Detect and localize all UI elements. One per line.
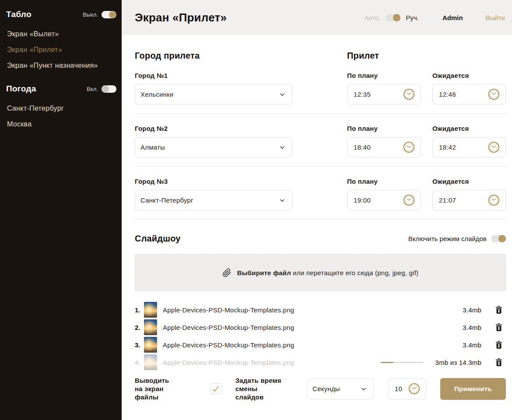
trash-icon[interactable] [495,358,502,366]
file-list: 1. Apple-Devices-PSD-Mockup-Templates.pn… [135,301,506,371]
sidebar-item-destination-screen[interactable]: Экран «Пункт назначения» [6,58,116,74]
weather-toggle[interactable] [102,85,116,93]
expected1-time-input[interactable]: 12:46 [432,84,506,105]
file-row-2: 2. Apple-Devices-PSD-Mockup-Templates.pn… [135,318,506,336]
sidebar-item-arrival-screen[interactable]: Экран «Прилет» [6,42,116,58]
slideshow-controls: Выводить на экран файлы Задать время сме… [135,376,506,401]
clock-icon [488,141,500,153]
sidebar-weather-title: Погода [6,84,36,94]
arrival-row-1: Город №1 Хельсинки По плану 12:35 Ожидае… [135,61,506,113]
arrival-city-heading: Город прилета [135,51,200,60]
plan1-time-input[interactable]: 12:35 [347,84,421,105]
board-toggle-knob [109,11,116,18]
slideshow-toggle-label: Включить режим слайдов [408,235,487,242]
dropzone-text: Выбирите файл или перетащите его сюда (p… [237,269,418,276]
weather-toggle-label: Вкл. [87,86,98,92]
file-size: 3.4mb [463,306,481,314]
trash-icon[interactable] [495,306,502,314]
user-name: Admin [442,14,463,21]
mode-auto-label: Авто. [365,14,381,21]
upload-progress-bar [381,362,424,363]
city1-label: Город №1 [135,72,292,79]
trash-icon[interactable] [495,341,502,349]
plan3-label: По плану [347,178,421,185]
plan1-value: 12:35 [354,91,371,98]
file-row-1: 1. Apple-Devices-PSD-Mockup-Templates.pn… [135,301,506,318]
mode-toggle-knob [393,14,400,21]
plan3-value: 19:00 [354,196,371,204]
city1-value: Хельсинки [140,91,173,98]
clock-icon [488,194,500,206]
city3-label: Город №3 [135,178,292,185]
plan2-label: По плану [347,125,421,132]
expected2-label: Ожидается [432,125,506,132]
expected2-time-input[interactable]: 18:42 [432,137,506,158]
sidebar-item-saint-petersburg[interactable]: Санкт-Петербург [6,101,116,116]
file-thumbnail [144,319,157,335]
expected1-label: Ожидается [432,72,506,79]
slideshow-toggle[interactable] [491,235,506,242]
divider [135,219,506,220]
paperclip-icon [222,268,231,277]
weather-toggle-knob [102,85,109,93]
file-number: 3. [135,341,144,349]
clock-icon [403,88,415,100]
checkmark-icon [212,385,219,392]
logout-link[interactable]: Выйти [486,14,505,21]
sidebar-board-links: Экран «Вылет» Экран «Прилет» Экран «Пунк… [6,26,116,74]
interval-input[interactable]: 10 [388,378,426,399]
arrival-heading: Прилет [347,51,379,60]
plan3-time-input[interactable]: 19:00 [347,190,421,210]
topbar: Экран «Прилет» Авто. Руч. Admin Выйти [122,0,512,35]
chevron-down-icon [279,91,285,98]
mode-toggle[interactable] [386,14,400,21]
plan2-value: 18:40 [354,144,371,151]
plan1-label: По плану [347,72,421,79]
expected3-time-input[interactable]: 21:07 [432,190,506,210]
expected3-value: 21:07 [439,196,456,204]
board-toggle[interactable] [102,11,116,18]
city2-value: Алматы [140,144,165,151]
chevron-down-icon [279,144,285,150]
clock-icon [408,383,420,395]
display-files-label: Выводить на экран файлы [135,376,184,401]
file-number: 4. [135,359,144,366]
file-number: 2. [135,324,144,331]
dropzone-text-bold: Выбирите файл [237,269,291,276]
city3-value: Санкт-Петербург [140,196,193,204]
expected1-value: 12:46 [439,91,456,98]
page-title: Экран «Прилет» [135,11,227,24]
file-name: Apple-Devices-PSD-Mockup-Templates.png [163,306,463,314]
plan2-time-input[interactable]: 18:40 [347,137,421,158]
city2-select[interactable]: Алматы [135,137,292,158]
slideshow-heading: Слайдшоу [135,234,181,244]
upload-progress-fill [381,362,393,363]
sidebar: Табло Выкл. Экран «Вылет» Экран «Прилет»… [0,0,122,420]
apply-button[interactable]: Применить [440,378,506,400]
slideshow-toggle-knob [498,235,506,242]
mode-manual-label: Руч. [406,14,419,21]
file-thumbnail [144,354,157,370]
city3-select[interactable]: Санкт-Петербург [135,190,292,210]
city1-select[interactable]: Хельсинки [135,84,292,105]
sidebar-item-moscow[interactable]: Москва [6,116,116,132]
time-unit-select[interactable]: Секунды [307,378,374,399]
file-name: Apple-Devices-PSD-Mockup-Templates.png [163,324,463,331]
city2-label: Город №2 [135,125,292,132]
file-dropzone[interactable]: Выбирите файл или перетащите его сюда (p… [135,254,506,291]
file-row-4-uploading: 4. Apple-Devices-PSD-Mockup-Templates.pn… [135,354,506,371]
clock-icon [403,141,415,153]
file-size: 3.4mb [463,341,481,349]
clock-icon [488,88,500,100]
display-files-checkbox[interactable] [210,383,221,394]
sidebar-board-header: Табло Выкл. [6,10,116,19]
arrival-row-3: Город №3 Санкт-Петербург По плану 19:00 … [135,167,506,219]
trash-icon[interactable] [495,323,502,331]
arrival-row-2: Город №2 Алматы По плану 18:40 Ожидается… [135,114,506,166]
file-thumbnail [144,337,157,353]
sidebar-weather-links: Санкт-Петербург Москва [6,101,116,132]
sidebar-item-departure-screen[interactable]: Экран «Вылет» [6,26,116,42]
file-upload-size: 3mb из 14.3mb [435,359,481,366]
dropzone-text-rest: или перетащите его сюда (png, jpeg, gif) [293,269,418,276]
content: Город прилета Прилет Город №1 Хельсинки … [122,35,512,401]
